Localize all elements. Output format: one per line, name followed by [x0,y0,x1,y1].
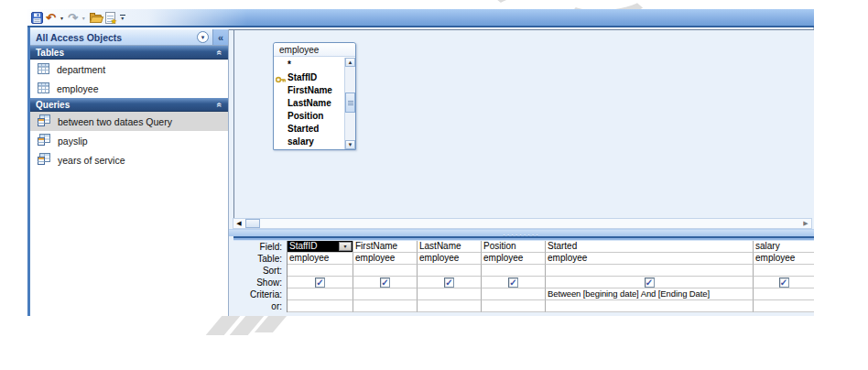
grid-row-criteria: Between [begining date] And [Ending Date… [288,288,814,300]
show-checkbox-lastname[interactable]: ✓ [444,278,454,288]
show-checkbox-started[interactable]: ✓ [645,278,655,288]
query-design-grid: StaffID▾FirstNameLastNamePositionStarted… [287,241,814,312]
nav-group-header-queries[interactable]: Queries« [30,98,228,112]
grid-cell-criteria-salary[interactable] [754,288,814,300]
pane-splitter[interactable]: ......... [229,229,814,236]
grid-cell-field-started[interactable]: Started [546,241,754,253]
document-left-border [233,30,234,229]
nav-group-header-tables[interactable]: Tables« [30,46,228,60]
grid-cell-table-salary[interactable]: employee [754,253,814,265]
undo-dropdown-icon[interactable]: ▾ [59,11,65,26]
query-grid-row-labels: Field:Table:Sort:Show:Criteria:or: [229,241,286,312]
nav-item-years-of-service[interactable]: years of service [30,150,228,169]
field-list-item-started[interactable]: Started [274,123,344,136]
nav-body: Tables«departmentemployeeQueries«between… [30,46,228,169]
nav-item-between-two-dataes-query[interactable]: between two dataes Query [30,112,228,131]
grid-cell-sort-position[interactable] [482,265,546,277]
nav-group-label: Queries [36,100,70,110]
circle-caret-down-icon[interactable]: ▾ [197,31,209,43]
grid-row-or [288,300,814,312]
collapse-group-icon[interactable]: « [215,102,225,107]
navigation-pane: All Access Objects ▾ « Tables«department… [30,29,229,316]
grid-row-field: StaffID▾FirstNameLastNamePositionStarted… [288,241,814,253]
grid-cell-field-position[interactable]: Position [482,241,546,253]
horizontal-scroll-thumb[interactable] [245,219,260,228]
field-list-scrollbar[interactable]: ▲ ▼ [344,58,355,149]
show-checkbox-position[interactable]: ✓ [508,278,518,288]
page: ↶ ▾ ↷ ▾ ★ ▾ [0,0,868,370]
scroll-up-icon[interactable]: ▲ [345,58,355,67]
grid-cell-show-started: ✓ [546,277,754,288]
show-checkbox-firstname[interactable]: ✓ [380,278,390,288]
grid-cell-show-position: ✓ [482,277,546,288]
query-icon [38,134,50,147]
nav-item-employee[interactable]: employee [30,79,228,98]
scroll-right-icon[interactable]: ▶ [800,219,811,228]
show-checkbox-salary[interactable]: ✓ [779,278,789,288]
grid-cell-table-position[interactable]: employee [482,253,546,265]
scroll-down-icon[interactable]: ▼ [345,140,355,149]
save-icon[interactable] [31,11,43,26]
check-glyph: ✓ [381,278,388,287]
redo-dropdown-icon[interactable]: ▾ [81,11,87,26]
field-list-rows: *StaffIDFirstNameLastNamePositionStarted… [274,58,344,149]
grid-cell-table-firstname[interactable]: employee [353,253,418,265]
grid-cell-criteria-position[interactable] [482,288,546,300]
grid-cell-show-firstname: ✓ [353,277,418,288]
scroll-left-icon[interactable]: ◀ [233,219,244,228]
more-caret: ▾ [121,16,124,21]
field-list-employee: employee *StaffIDFirstNameLastNamePositi… [273,42,356,150]
grid-cell-field-firstname[interactable]: FirstName [353,241,418,253]
grid-cell-or-salary[interactable] [754,300,814,312]
grid-cell-sort-lastname[interactable] [418,265,482,277]
nav-item-department[interactable]: department [30,60,228,79]
shutter-bar-close-icon[interactable]: « [212,29,228,45]
grid-cell-sort-started[interactable] [546,265,754,277]
field-list-title[interactable]: employee [274,43,355,57]
field-list-item-staffid[interactable]: StaffID [274,71,344,84]
field-list-item-[interactable]: * [274,59,344,71]
redo-icon[interactable]: ↷ [68,11,78,26]
field-list-item-firstname[interactable]: FirstName [274,84,344,97]
grid-cell-criteria-started[interactable]: Between [begining date] And [Ending Date… [546,288,754,300]
field-list-item-lastname[interactable]: LastName [274,97,344,110]
grid-cell-show-salary: ✓ [754,277,814,288]
nav-item-payslip[interactable]: payslip [30,131,228,150]
grid-cell-criteria-firstname[interactable] [353,288,418,300]
grid-cell-sort-salary[interactable] [754,265,814,277]
field-list-item-salary[interactable]: salary [274,136,344,148]
check-glyph: ✓ [780,278,787,287]
grid-cell-table-lastname[interactable]: employee [418,253,482,265]
grid-cell-or-position[interactable] [482,300,546,312]
grid-cell-or-lastname[interactable] [418,300,482,312]
nav-item-label: payslip [58,136,88,147]
grid-cell-sort-staffid[interactable] [288,265,353,277]
grid-cell-or-firstname[interactable] [353,300,418,312]
show-checkbox-staffid[interactable]: ✓ [315,278,325,288]
table-icon [38,63,49,76]
sheet-star-glyph: ★ [105,12,115,24]
grid-cell-or-started[interactable] [546,300,754,312]
grid-cell-table-started[interactable]: employee [546,253,754,265]
grid-row-label-show: Show: [229,277,286,288]
grid-cell-field-salary[interactable]: salary [754,241,814,253]
navigation-pane-header[interactable]: All Access Objects ▾ « [30,29,228,46]
grid-cell-or-staffid[interactable] [288,300,353,312]
collapse-group-icon[interactable]: « [215,49,225,55]
grid-cell-criteria-staffid[interactable] [288,288,353,300]
grid-cell-table-staffid[interactable]: employee [288,253,353,265]
customize-quick-access-icon[interactable]: ▾ [118,12,127,25]
new-object-icon[interactable]: ★ [105,11,115,26]
grid-cell-field-staffid[interactable]: StaffID▾ [288,241,353,253]
undo-icon[interactable]: ↶ [46,11,56,26]
grid-cell-field-lastname[interactable]: LastName [418,241,482,253]
field-dropdown-icon[interactable]: ▾ [339,242,352,251]
scroll-track[interactable] [345,67,355,140]
navigation-pane-title: All Access Objects [30,32,197,43]
open-folder-icon[interactable] [90,11,103,26]
scroll-thumb[interactable] [345,92,355,113]
grid-row-show: ✓✓✓✓✓✓ [288,277,814,288]
field-list-item-position[interactable]: Position [274,110,344,123]
grid-cell-criteria-lastname[interactable] [418,288,482,300]
grid-cell-sort-firstname[interactable] [353,265,418,277]
